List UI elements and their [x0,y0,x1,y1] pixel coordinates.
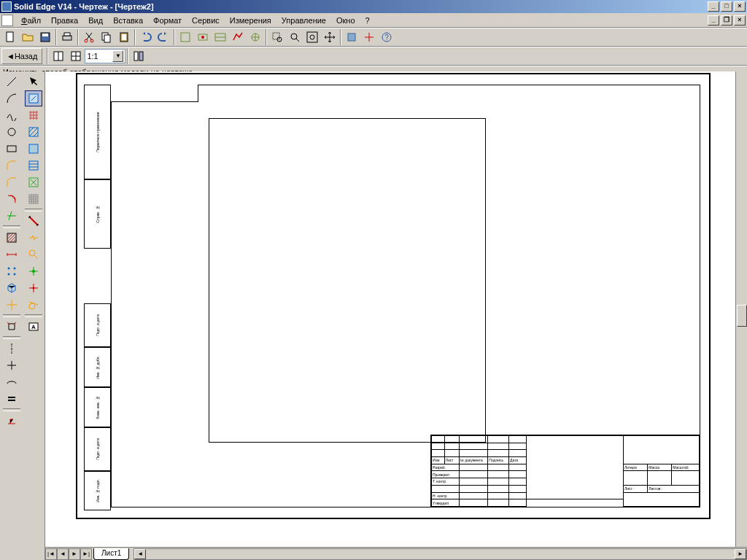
svg-rect-11 [181,33,190,42]
circle-tool[interactable] [3,124,20,140]
vertical-scrollbar[interactable] [735,71,747,547]
print-button[interactable] [59,29,75,45]
hatch6-tool[interactable] [25,191,42,207]
maximize-button[interactable]: □ [721,1,732,12]
menu-manage[interactable]: Управление [276,15,331,26]
curve-tool[interactable] [3,107,20,123]
undo-button[interactable] [138,29,154,45]
new-button[interactable] [2,29,18,45]
mdi-restore-button[interactable]: ❐ [721,15,732,26]
constraint-tool[interactable] [3,319,20,335]
center-tool[interactable] [25,263,42,279]
svg-point-18 [291,34,297,39]
tool-f-button[interactable] [344,29,360,45]
drawing-canvas[interactable]: Первичное применение Справ. № Подп. и да… [45,71,747,547]
menu-window[interactable]: Окно [331,15,360,26]
point-tool[interactable] [3,357,20,373]
hscroll-left-button[interactable]: ◄ [134,549,146,559]
weld-tool[interactable] [3,413,20,429]
rect-tool[interactable] [3,141,20,157]
detail-tool[interactable] [25,246,42,262]
mdi-minimize-button[interactable]: _ [708,15,719,26]
arc-tool[interactable] [3,90,20,106]
doc-icon[interactable] [1,15,13,26]
hatch4-tool[interactable] [25,158,42,174]
menu-file[interactable]: Файл [16,15,46,26]
pan-button[interactable] [322,29,338,45]
redo-button[interactable] [155,29,171,45]
tool-a-button[interactable] [177,29,193,45]
close-button[interactable]: × [734,1,746,12]
axis-tool[interactable] [3,341,20,357]
chamfer-tool[interactable] [3,174,20,190]
select-tool[interactable] [25,74,42,90]
app-icon [1,1,12,12]
origin-tool[interactable] [25,280,42,296]
back-button[interactable]: ◄ Назад [1,48,42,64]
scale-select[interactable]: 1:1▼ [85,49,125,63]
line-tool[interactable] [3,74,20,90]
tab-prev-button[interactable]: ◄ [57,548,69,560]
tool-d-button[interactable] [230,29,246,45]
svg-point-43 [33,287,35,289]
section-tool[interactable] [25,213,42,229]
equal-tool[interactable] [3,391,20,407]
layout-1-button[interactable] [50,48,66,64]
menu-format[interactable]: Формат [148,15,187,26]
sketch-tool[interactable] [25,90,42,106]
hatch2-tool[interactable] [25,124,42,140]
tool-e-button[interactable] [247,29,263,45]
cut-button[interactable] [81,29,97,45]
tool-c-button[interactable] [212,29,228,45]
display-mode-button[interactable] [131,48,147,64]
menu-insert[interactable]: Вставка [108,15,148,26]
trim-tool[interactable] [3,208,20,224]
hatch3-tool[interactable] [25,141,42,157]
tool-g-button[interactable] [361,29,377,45]
open-button[interactable] [20,29,36,45]
fillet-tool[interactable] [3,158,20,174]
save-button[interactable] [37,29,53,45]
zoom-button[interactable] [287,29,303,45]
grid-tool[interactable] [25,107,42,123]
menu-edit[interactable]: Правка [46,15,83,26]
tab-first-button[interactable]: |◄ [45,548,57,560]
text-tool[interactable]: A [25,319,42,335]
menu-view[interactable]: Вид [83,15,108,26]
zoom-fit-button[interactable] [304,29,320,45]
tab-last-button[interactable]: ►| [80,548,92,560]
help-button[interactable]: ? [379,29,395,45]
svg-rect-37 [29,144,38,153]
tab-next-button[interactable]: ► [69,548,80,560]
ellipse-arc-tool[interactable] [3,374,20,390]
layout-2-button[interactable] [68,48,84,64]
hscroll-right-button[interactable]: ► [735,549,746,559]
menu-service[interactable]: Сервис [187,15,225,26]
svg-rect-38 [29,161,38,170]
menu-dimensions[interactable]: Измерения [225,15,276,26]
chevron-down-icon[interactable]: ▼ [112,50,123,62]
paste-button[interactable] [116,29,132,45]
menu-help[interactable]: ? [360,15,375,26]
hatch-tool[interactable] [3,230,20,246]
offset-tool[interactable] [3,191,20,207]
copy-button[interactable] [98,29,115,45]
left-toolbox: A [0,71,45,560]
tool-b-button[interactable] [195,29,211,45]
pattern-tool[interactable] [3,263,20,279]
minimize-button[interactable]: _ [708,1,719,12]
mdi-close-button[interactable]: × [734,15,746,26]
sheet-tab[interactable]: Лист1 [93,548,129,560]
svg-point-44 [29,303,35,309]
hatch5-tool[interactable] [25,174,42,190]
move-tool[interactable] [3,297,20,313]
scroll-thumb[interactable] [737,305,747,327]
sheet-left-column: Первичное применение Справ. № Подп. и да… [84,85,111,508]
box-tool[interactable] [3,280,20,296]
zoom-area-button[interactable] [269,29,285,45]
break-tool[interactable] [25,230,42,246]
dim-tool[interactable] [3,246,20,262]
tangent-tool[interactable] [25,297,42,313]
horizontal-scrollbar[interactable]: ◄ ► [133,548,747,560]
placed-view-rect[interactable] [209,118,486,443]
